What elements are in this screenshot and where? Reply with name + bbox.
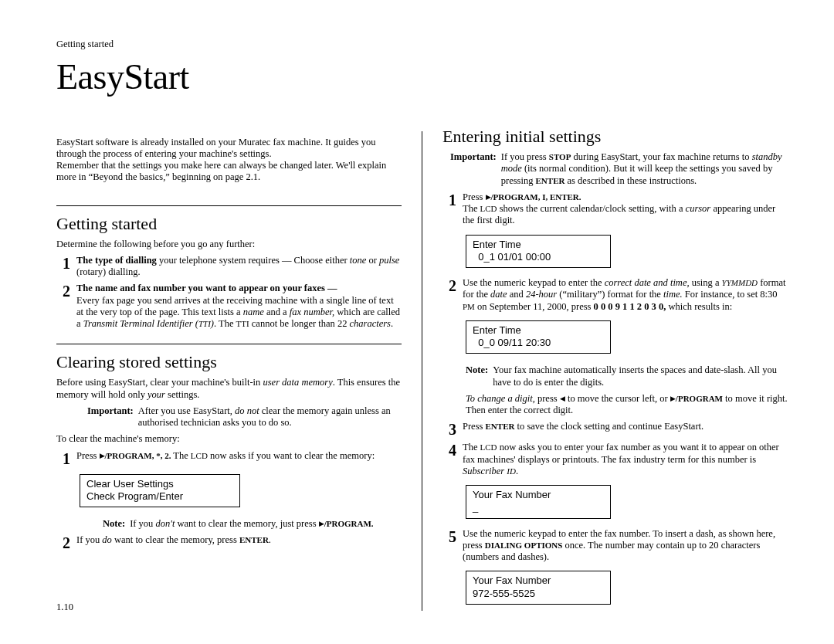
text: The — [171, 450, 190, 461]
label: Note: — [103, 518, 125, 530]
text: on September 11, 2000, press — [475, 301, 594, 312]
step-number: 1 — [56, 255, 70, 271]
step-number: 2 — [442, 277, 456, 293]
lcd-display: Your Fax Number 972-555-5525 — [466, 571, 611, 605]
text: to move the cursor left, or — [565, 393, 670, 404]
step-body: The type of dialling your telephone syst… — [76, 255, 402, 279]
italic: do not — [235, 405, 259, 416]
important-note: Important: If you press STOP during Easy… — [450, 151, 788, 187]
list-item: 1 Press ▶/PROGRAM, *, 2. The LCD now ask… — [56, 450, 402, 466]
page-title: EasyStart — [56, 56, 788, 97]
text: Press — [76, 450, 100, 461]
smallcaps: LCD — [480, 442, 497, 452]
text: (“military”) format for the — [557, 289, 663, 300]
text: The — [463, 442, 480, 452]
step-body: Use the numeric keypad to enter the corr… — [463, 277, 788, 313]
italic: date — [490, 289, 507, 300]
column-divider — [422, 131, 422, 611]
text: as described in these instructions. — [564, 175, 697, 186]
bold: The name and fax number you want to appe… — [76, 283, 337, 293]
text: which results in: — [666, 301, 732, 312]
lcd-display: Your Fax Number _ — [466, 485, 611, 519]
italic: your — [147, 389, 165, 400]
lcd-display: Enter Time 0_0 09/11 20:30 — [466, 320, 611, 354]
note-body: Your fax machine automatically inserts t… — [493, 364, 788, 388]
keys: /PROGRAM, *, 2. — [105, 451, 171, 460]
step-body: The LCD now asks you to enter your fax n… — [463, 442, 788, 477]
text: or — [366, 255, 379, 266]
list-item: 1 Press ▶/PROGRAM, I, ENTER. The LCD sho… — [442, 192, 788, 227]
list-item: 2 If you do want to clear the memory, pr… — [56, 534, 402, 551]
text: The — [463, 203, 480, 214]
list: 2 If you do want to clear the memory, pr… — [56, 534, 402, 551]
italic: 24-hour — [526, 289, 557, 300]
text: your telephone system requires — Choose … — [157, 255, 350, 266]
smallcaps: TTI — [198, 319, 211, 328]
text: Press — [463, 192, 486, 202]
step-number: 2 — [56, 283, 70, 299]
list-item: 5 Use the numeric keypad to enter the fa… — [442, 528, 788, 564]
text: If you — [130, 518, 155, 529]
keys: /PROGRAM — [676, 394, 723, 403]
note-body: If you don't want to clear the memory, j… — [130, 518, 373, 530]
step-number: 3 — [442, 421, 456, 437]
bold: 0 0 0 9 1 1 2 0 3 0, — [594, 301, 666, 312]
smallcaps: LCD — [480, 204, 497, 213]
important-note: Important: After you use EasyStart, do n… — [87, 405, 402, 429]
bold: The type of dialling — [76, 255, 157, 266]
text: now asks if you want to clear the memory… — [208, 450, 375, 461]
list: 1 The type of dialling your telephone sy… — [56, 255, 402, 330]
lead: Before using EasyStart, clear your machi… — [56, 377, 402, 401]
play-icon: ▶ — [670, 395, 676, 402]
change-digit: To change a digit, press ◀ to move the c… — [466, 393, 788, 417]
play-icon: ▶ — [486, 193, 491, 201]
text: want to clear the memory, just press — [175, 518, 318, 529]
keys: ENTER — [486, 422, 515, 431]
italic: Transmit Terminal Identifier ( — [83, 318, 198, 329]
keys: DIALING OPTIONS — [485, 541, 563, 550]
smallcaps: LCD — [191, 451, 208, 460]
running-head: Getting started — [56, 39, 788, 50]
step-number: 4 — [442, 442, 456, 458]
italic: cursor — [686, 203, 711, 214]
italic: do — [102, 534, 112, 545]
smallcaps: PM — [463, 302, 475, 311]
text: Press — [463, 421, 486, 432]
note-body: After you use EasyStart, do not clear th… — [138, 405, 402, 429]
italic: correct date and time, — [605, 277, 690, 288]
italic: pulse — [379, 255, 399, 266]
italic: Subscriber — [463, 466, 507, 476]
step-body: The name and fax number you want to appe… — [76, 283, 402, 330]
text: using a — [690, 277, 722, 288]
list-item: 3 Press ENTER to save the clock setting … — [442, 421, 788, 437]
text: now asks you to enter your fax number as… — [463, 442, 779, 464]
list: 2 Use the numeric keypad to enter the co… — [442, 277, 788, 313]
text: If you press — [501, 151, 549, 162]
smallcaps: ID — [507, 466, 516, 476]
list: 1 Press ▶/PROGRAM, *, 2. The LCD now ask… — [56, 450, 402, 466]
text: . — [391, 318, 393, 329]
section-clearing: Clearing stored settings — [56, 352, 402, 372]
step-body: Press ▶/PROGRAM, I, ENTER. The LCD shows… — [463, 192, 788, 227]
keys: STOP — [549, 152, 571, 161]
italic: time. — [663, 289, 683, 300]
left-column: EasyStart software is already installed … — [56, 127, 402, 611]
keys: ENTER — [536, 176, 565, 185]
list: 1 Press ▶/PROGRAM, I, ENTER. The LCD sho… — [442, 192, 788, 227]
keys: /PROGRAM. — [324, 519, 374, 528]
italic: user data memory — [263, 377, 332, 388]
list-item: 2 Use the numeric keypad to enter the co… — [442, 277, 788, 313]
text: To clear the machine's memory: — [56, 433, 402, 445]
list-item: 1 The type of dialling your telephone sy… — [56, 255, 402, 279]
step-body: Press ENTER to save the clock setting an… — [463, 421, 788, 432]
text: press — [535, 393, 560, 404]
list: 3 Press ENTER to save the clock setting … — [442, 421, 788, 477]
text: during EasyStart, your fax machine retur… — [571, 151, 751, 162]
smallcaps: TTI — [236, 319, 249, 328]
section-getting-started: Getting started — [56, 214, 402, 234]
text: . — [269, 534, 271, 545]
intro-b: Remember that the settings you make here… — [56, 160, 386, 182]
text: cannot be longer than 22 — [249, 318, 350, 329]
text: . The — [214, 318, 236, 329]
section-entering: Entering initial settings — [442, 127, 788, 147]
